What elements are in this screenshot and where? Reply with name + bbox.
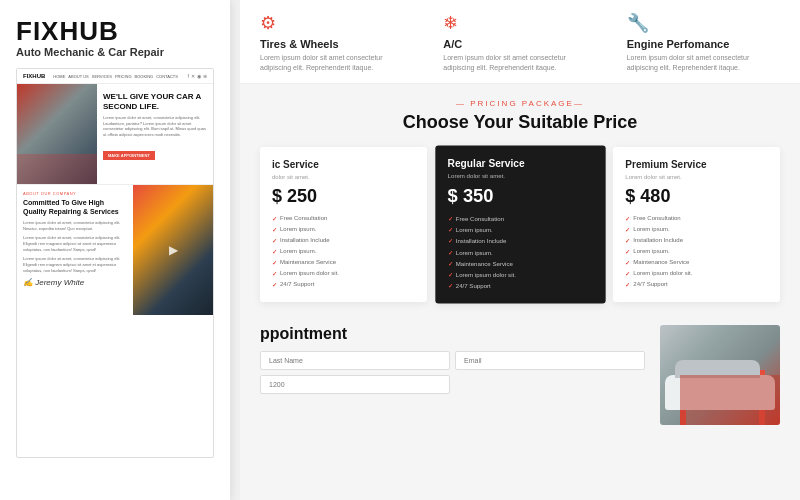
feature-item: Maintenance Service [625, 257, 768, 268]
appointment-title: ppointment [260, 325, 645, 343]
pricing-tag: PRICING PACKAGE [260, 99, 780, 108]
pricing-card-premium: Premium Service Lorem dolor sit amet. $ … [613, 147, 780, 302]
feature-item: 24/7 Support [447, 280, 593, 291]
pricing-basic-features: Free Consultation Lorem ipsum. Installat… [272, 213, 415, 290]
feature-item: Maintenance Service [447, 257, 593, 268]
mini-about-para3: Lorem ipsum dolor sit amet, consectetur … [23, 256, 127, 274]
service-title-ac: A/C [443, 38, 596, 50]
service-text-engine: Lorem ipsum dolor sit amet consectetur a… [627, 53, 780, 73]
main-content: ⚙ Tires & Wheels Lorem ipsum dolor sit a… [240, 0, 800, 500]
appointment-section: ppointment [260, 325, 645, 394]
bottom-car-image [660, 325, 780, 425]
lift-pole-right [759, 370, 765, 425]
twitter-icon: ✕ [191, 73, 195, 79]
appointment-title-text: ppointment [260, 325, 347, 342]
mini-about-signature: ✍ Jeremy White [23, 278, 127, 287]
mini-nav: FIXHUB HOME ABOUT US SERVICES PRICING BO… [17, 69, 213, 84]
appointment-form [260, 351, 645, 394]
ac-icon: ❄ [443, 12, 596, 34]
pricing-basic-title: ic Service [272, 159, 415, 170]
feature-item: Lorem ipsum. [447, 224, 593, 235]
pricing-premium-title: Premium Service [625, 159, 768, 170]
pricing-card-regular: Regular Service Lorem dolor sit amet. $ … [435, 145, 605, 303]
mini-hero-text: Lorem ipsum dolor sit amet, consectetur … [103, 115, 207, 137]
feature-item: Free Consultation [625, 213, 768, 224]
feature-item: Installation Include [625, 235, 768, 246]
time-input[interactable] [260, 375, 450, 394]
pricing-basic-price: $ 250 [272, 186, 415, 207]
engine-icon: 🔧 [627, 12, 780, 34]
pricing-regular-features: Free Consultation Lorem ipsum. Installat… [447, 212, 593, 291]
email-input[interactable] [455, 351, 645, 370]
feature-item: Lorem ipsum. [625, 246, 768, 257]
car-shape [665, 375, 775, 410]
mini-about-title: Committed To Give High Quality Repairing… [23, 198, 127, 216]
mini-about-content: ABOUT OUR COMPANY Committed To Give High… [17, 185, 133, 314]
mini-nav-pricing: PRICING [115, 74, 132, 79]
pricing-premium-desc: Lorem dolor sit amet. [625, 174, 768, 180]
pricing-premium-features: Free Consultation Lorem ipsum. Installat… [625, 213, 768, 290]
mini-nav-home: HOME [53, 74, 65, 79]
feature-item: Lorem ipsum dolor sit. [447, 268, 593, 279]
mini-about-tag: ABOUT OUR COMPANY [23, 191, 127, 196]
mini-nav-contacts: CONTACTS [156, 74, 178, 79]
instagram-icon: ◉ [197, 73, 201, 79]
mini-nav-about: ABOUT US [68, 74, 88, 79]
feature-item: Lorem ipsum dolor sit. [272, 268, 415, 279]
feature-item: 24/7 Support [272, 279, 415, 290]
service-title-engine: Engine Perfomance [627, 38, 780, 50]
feature-item: Lorem ipsum dolor sit. [625, 268, 768, 279]
feature-item: Free Consultation [447, 212, 593, 223]
bottom-area: ppointment [240, 317, 800, 477]
lift-pole-left [680, 370, 686, 425]
left-panel: FIXHUB Auto Mechanic & Car Repair FIXHUB… [0, 0, 230, 500]
mini-nav-social: f ✕ ◉ ⊕ [188, 73, 207, 79]
services-section: ⚙ Tires & Wheels Lorem ipsum dolor sit a… [240, 0, 800, 84]
pricing-regular-title: Regular Service [447, 157, 593, 168]
service-item-ac: ❄ A/C Lorem ipsum dolor sit amet consect… [443, 12, 596, 73]
pricing-basic-desc: dolor sit amet. [272, 174, 415, 180]
mini-hero-title: WE'LL GIVE YOUR CAR A SECOND LIFE. [103, 92, 207, 111]
service-item-tires: ⚙ Tires & Wheels Lorem ipsum dolor sit a… [260, 12, 413, 73]
facebook-icon: f [188, 73, 189, 79]
mini-about-para2: Lorem ipsum dolor sit amet, consectetur … [23, 235, 127, 253]
pricing-premium-price: $ 480 [625, 186, 768, 207]
pricing-regular-desc: Lorem dolor sit amet. [447, 173, 593, 179]
service-text-ac: Lorem ipsum dolor sit amet consectetur a… [443, 53, 596, 73]
brand-subtitle: Auto Mechanic & Car Repair [16, 46, 214, 58]
feature-item: Free Consultation [272, 213, 415, 224]
mini-nav-services: SERVICES [92, 74, 112, 79]
feature-item: Lorem ipsum. [625, 224, 768, 235]
mini-about-image [133, 185, 213, 315]
lastname-input[interactable] [260, 351, 450, 370]
mini-hero-content: WE'LL GIVE YOUR CAR A SECOND LIFE. Lorem… [97, 84, 213, 184]
mini-about-author: Jeremy White [35, 278, 84, 287]
service-text-tires: Lorem ipsum dolor sit amet consectetur a… [260, 53, 413, 73]
feature-item: Installation Include [272, 235, 415, 246]
feature-item: 24/7 Support [625, 279, 768, 290]
mini-hero-image [17, 84, 97, 184]
mini-about: ABOUT OUR COMPANY Committed To Give High… [17, 184, 213, 314]
pricing-card-basic: ic Service dolor sit amet. $ 250 Free Co… [260, 147, 427, 302]
mini-nav-booking: BOOKING [135, 74, 154, 79]
mini-nav-links: HOME ABOUT US SERVICES PRICING BOOKING C… [53, 74, 183, 79]
service-item-engine: 🔧 Engine Perfomance Lorem ipsum dolor si… [627, 12, 780, 73]
pricing-title: Choose Your Suitable Price [260, 112, 780, 133]
tires-icon: ⚙ [260, 12, 413, 34]
mini-nav-logo: FIXHUB [23, 73, 45, 79]
brand-title: FIXHUB [16, 18, 214, 44]
mini-about-para1: Lorem ipsum dolor sit amet, consectetur … [23, 220, 127, 232]
pricing-cards: ic Service dolor sit amet. $ 250 Free Co… [260, 147, 780, 302]
feature-item: Lorem ipsum. [447, 246, 593, 257]
feature-item: Lorem ipsum. [272, 246, 415, 257]
mini-hero: WE'LL GIVE YOUR CAR A SECOND LIFE. Lorem… [17, 84, 213, 184]
mini-hero-cta[interactable]: MAKE APPOINTMENT [103, 151, 155, 160]
feature-item: Lorem ipsum. [272, 224, 415, 235]
pricing-section: PRICING PACKAGE Choose Your Suitable Pri… [240, 84, 800, 317]
mini-site-preview: FIXHUB HOME ABOUT US SERVICES PRICING BO… [16, 68, 214, 458]
feature-item: Maintenance Service [272, 257, 415, 268]
service-title-tires: Tires & Wheels [260, 38, 413, 50]
feature-item: Installation Include [447, 235, 593, 246]
pricing-regular-price: $ 350 [447, 185, 593, 206]
pinterest-icon: ⊕ [203, 73, 207, 79]
